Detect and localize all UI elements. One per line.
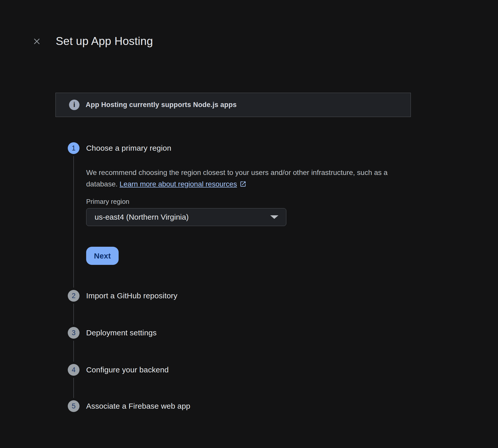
step-4-title: Configure your backend: [86, 364, 169, 376]
step-3-title: Deployment settings: [86, 327, 157, 339]
step-1-circle: 1: [68, 142, 80, 154]
description-line-2: database.: [86, 180, 120, 188]
close-icon: [32, 37, 41, 46]
description-line-1: We recommend choosing the region closest…: [86, 167, 418, 178]
primary-region-value: us-east4 (Northern Virginia): [95, 213, 270, 221]
close-button[interactable]: [30, 35, 43, 48]
learn-more-link[interactable]: Learn more about regional resources: [120, 180, 237, 188]
dropdown-arrow-icon: [270, 215, 278, 219]
stepper-connector-4: [73, 378, 74, 398]
next-button[interactable]: Next: [86, 247, 119, 265]
primary-region-label: Primary region: [86, 198, 129, 206]
open-in-new-icon: [240, 179, 246, 191]
step-2-title: Import a GitHub repository: [86, 290, 177, 302]
stepper-connector-1: [73, 156, 74, 288]
info-banner: i App Hosting currently supports Node.js…: [55, 93, 411, 117]
step-3-circle: 3: [68, 327, 80, 339]
step-5-title: Associate a Firebase web app: [86, 400, 190, 412]
step-1-title: Choose a primary region: [86, 142, 171, 154]
setup-app-hosting-page: Set up App Hosting i App Hosting current…: [0, 0, 498, 448]
page-title: Set up App Hosting: [56, 34, 153, 49]
step-2-circle: 2: [68, 290, 80, 302]
primary-region-select[interactable]: us-east4 (Northern Virginia): [86, 208, 286, 226]
step-5-circle: 5: [68, 400, 80, 412]
info-icon: i: [69, 100, 80, 110]
stepper-connector-3: [73, 341, 74, 362]
step-4-circle: 4: [68, 364, 80, 376]
step-1-description: We recommend choosing the region closest…: [86, 167, 418, 191]
stepper-connector-2: [73, 304, 74, 325]
info-banner-text: App Hosting currently supports Node.js a…: [86, 101, 237, 109]
